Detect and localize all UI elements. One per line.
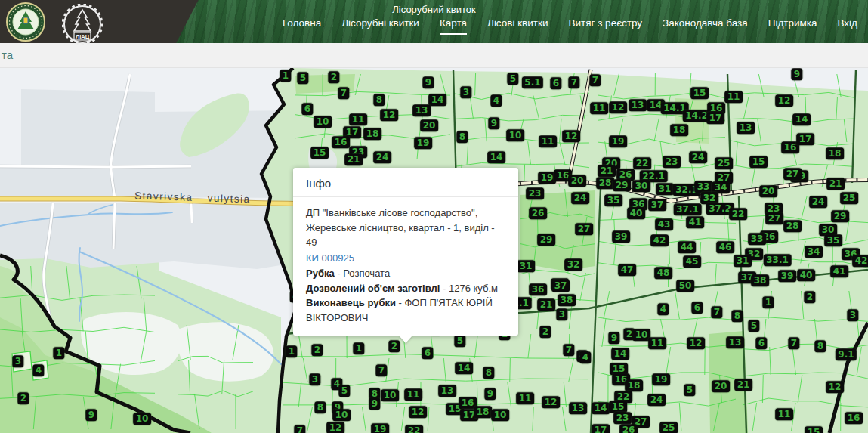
nav-legislation[interactable]: Законодавча база [663, 17, 748, 33]
parcel-label[interactable]: 32 [564, 258, 582, 271]
parcel-label[interactable]: 28 [596, 177, 614, 189]
parcel-label[interactable]: 41 [830, 265, 848, 277]
parcel-label[interactable]: 31 [734, 255, 752, 267]
parcel-label[interactable]: 5.1 [522, 76, 543, 88]
parcel-label[interactable]: 41 [686, 216, 704, 228]
parcel-label[interactable]: 25 [840, 192, 858, 204]
parcel-label[interactable]: 18 [363, 128, 381, 140]
parcel-label[interactable]: 45 [683, 255, 701, 268]
parcel-label[interactable]: 19 [414, 137, 432, 149]
parcel-label[interactable]: 21 [826, 178, 845, 190]
nav-logging-tickets[interactable]: Лісорубні квитки [341, 17, 419, 33]
parcel-label[interactable]: 6 [422, 347, 433, 359]
parcel-label[interactable]: 3 [460, 86, 471, 98]
parcel-label[interactable]: 2 [804, 291, 815, 303]
parcel-label[interactable]: 15 [690, 87, 709, 99]
parcel-label[interactable]: 33 [748, 233, 766, 245]
parcel-label[interactable]: 24 [373, 151, 391, 163]
parcel-label[interactable]: 1 [280, 70, 291, 82]
parcel-label[interactable]: 34 [805, 246, 823, 258]
parcel-label[interactable]: 1 [53, 347, 64, 359]
parcel-label[interactable]: 22 [405, 425, 423, 433]
parcel-label[interactable]: 15 [609, 401, 627, 413]
parcel-label[interactable]: 7 [788, 337, 799, 349]
parcel-label[interactable]: 2 [17, 392, 29, 404]
parcel-label[interactable]: 5 [748, 320, 759, 332]
parcel-label[interactable]: 36 [529, 283, 547, 295]
parcel-label[interactable]: 26 [529, 207, 547, 219]
parcel-label[interactable]: 21 [537, 298, 555, 311]
parcel-label[interactable]: 13 [726, 336, 744, 348]
parcel-label[interactable]: 12 [326, 422, 344, 433]
parcel-label[interactable]: 7 [338, 87, 349, 99]
nav-login[interactable]: Вхід [838, 17, 857, 33]
parcel-label[interactable]: 10 [332, 409, 351, 421]
parcel-label[interactable]: 20 [712, 380, 730, 392]
parcel-label[interactable]: 27 [783, 168, 802, 180]
parcel-label[interactable]: 9 [791, 68, 802, 80]
parcel-label[interactable]: 9 [488, 117, 499, 129]
parcel-label[interactable]: 3 [556, 308, 567, 320]
parcel-label[interactable]: 7 [568, 76, 579, 88]
parcel-label[interactable]: 11 [590, 102, 608, 114]
parcel-label[interactable]: 8 [314, 401, 326, 413]
parcel-label[interactable]: 38 [558, 294, 576, 306]
parcel-label[interactable]: 9 [484, 388, 496, 400]
parcel-label[interactable]: 17 [706, 112, 724, 124]
parcel-label[interactable]: 3 [12, 355, 23, 367]
parcel-label[interactable]: 21 [344, 153, 363, 165]
parcel-label[interactable]: 29 [613, 179, 631, 191]
parcel-label[interactable]: 35 [604, 194, 622, 206]
parcel-label[interactable]: 28 [783, 220, 802, 232]
parcel-label[interactable]: 47 [618, 264, 636, 276]
parcel-label[interactable]: 39 [778, 270, 796, 282]
parcel-label[interactable]: 18 [625, 379, 643, 391]
parcel-label[interactable]: 4 [32, 364, 44, 376]
parcel-label[interactable]: 10 [381, 389, 399, 401]
nav-forest-tickets[interactable]: Лісові квитки [487, 17, 548, 33]
parcel-label[interactable]: 15 [805, 426, 823, 433]
parcel-label[interactable]: 8 [456, 131, 468, 143]
parcel-label[interactable]: 7 [375, 364, 387, 376]
ticket-link[interactable]: КИ 000925 [306, 251, 354, 266]
parcel-label[interactable]: 15 [310, 147, 329, 159]
parcel-label[interactable]: 24 [809, 196, 827, 208]
parcel-label[interactable]: 13 [438, 385, 456, 397]
parcel-label[interactable]: 8 [731, 310, 743, 322]
parcel-label[interactable]: 39 [612, 230, 630, 243]
parcel-label[interactable]: 18 [826, 147, 844, 159]
parcel-label[interactable]: 12 [687, 337, 705, 349]
parcel-label[interactable]: 11 [648, 337, 666, 349]
parcel-label[interactable]: 9 [608, 332, 619, 344]
parcel-label[interactable]: 10 [491, 409, 509, 421]
parcel-label[interactable]: 19 [652, 373, 670, 385]
parcel-label[interactable]: 31 [656, 183, 674, 195]
nav-support[interactable]: Підтримка [768, 17, 817, 33]
parcel-label[interactable]: 1 [286, 345, 297, 357]
parcel-label[interactable]: 13 [569, 402, 587, 414]
parcel-label[interactable]: 11 [516, 392, 534, 404]
parcel-label[interactable]: 11 [775, 408, 793, 420]
parcel-label[interactable]: 42 [852, 255, 868, 267]
parcel-label[interactable]: 12 [380, 109, 398, 121]
parcel-label[interactable]: 10 [506, 129, 524, 141]
parcel-label[interactable]: 7 [711, 306, 722, 318]
parcel-label[interactable]: 12 [542, 396, 560, 408]
parcel-label[interactable]: 23 [613, 412, 632, 424]
parcel-label[interactable]: 12 [609, 101, 627, 113]
parcel-label[interactable]: 43 [655, 218, 673, 230]
parcel-label[interactable]: 12 [775, 94, 793, 107]
parcel-label[interactable]: 17 [592, 424, 610, 433]
parcel-label[interactable]: 5 [507, 73, 518, 85]
parcel-label[interactable]: 12 [826, 381, 844, 393]
parcel-label[interactable]: 37 [648, 199, 666, 211]
parcel-label[interactable]: 14 [455, 362, 473, 374]
parcel-label[interactable]: 29 [831, 210, 849, 222]
parcel-label[interactable]: 6 [691, 302, 703, 314]
parcel-label[interactable]: 13 [629, 99, 647, 111]
parcel-label[interactable]: 27 [715, 172, 733, 184]
parcel-label[interactable]: 19 [371, 423, 389, 433]
parcel-label[interactable]: 21 [598, 165, 616, 177]
parcel-label[interactable]: 48 [654, 267, 672, 279]
parcel-label[interactable]: 26 [619, 424, 638, 433]
